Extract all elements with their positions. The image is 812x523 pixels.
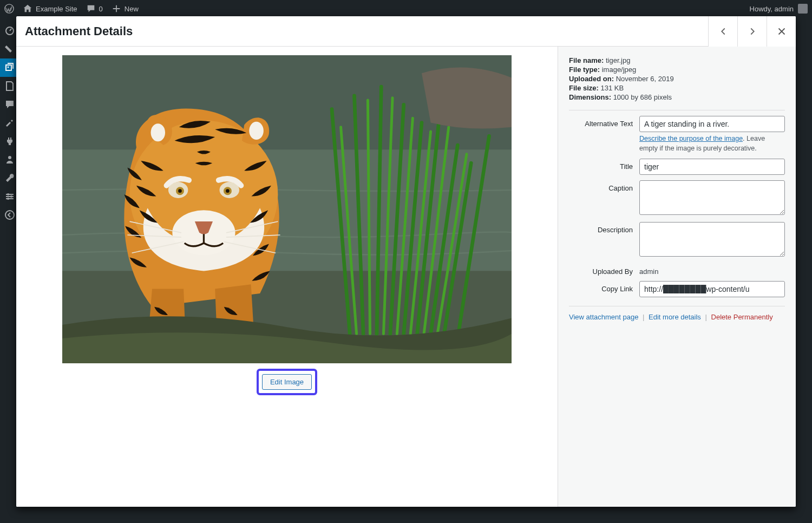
- comment-count: 0: [99, 5, 103, 13]
- close-button[interactable]: [767, 16, 796, 47]
- file-name-label: File name:: [569, 56, 604, 64]
- details-pane: File name: tiger.jpg File type: image/jp…: [558, 47, 796, 507]
- svg-point-7: [7, 193, 9, 195]
- uploaded-by-value: admin: [639, 264, 785, 276]
- dimensions-label: Dimensions:: [569, 93, 611, 101]
- edit-more-details-link[interactable]: Edit more details: [649, 313, 701, 321]
- svg-point-9: [7, 198, 9, 200]
- file-size-label: File size:: [569, 84, 599, 92]
- alt-text-help: Describe the purpose of the image. Leave…: [639, 134, 785, 153]
- caption-input[interactable]: [639, 180, 785, 215]
- file-name-value: tiger.jpg: [606, 56, 631, 64]
- attachment-details-modal: Attachment Details: [16, 16, 796, 507]
- view-attachment-page-link[interactable]: View attachment page: [569, 313, 638, 321]
- comment-icon: [86, 4, 96, 14]
- title-label: Title: [569, 159, 639, 171]
- title-input[interactable]: [639, 159, 785, 175]
- next-button[interactable]: [737, 16, 767, 47]
- svg-point-3: [8, 156, 11, 159]
- prev-button[interactable]: [708, 16, 737, 47]
- home-icon: [23, 4, 32, 14]
- modal-header: Attachment Details: [16, 16, 796, 47]
- site-link[interactable]: Example Site: [23, 4, 77, 14]
- attachment-preview: [62, 55, 512, 363]
- file-size-value: 131 KB: [601, 84, 624, 92]
- new-link[interactable]: New: [112, 4, 139, 14]
- modal-title: Attachment Details: [16, 24, 708, 38]
- svg-point-10: [5, 211, 14, 219]
- svg-point-33: [151, 123, 166, 141]
- comments-link[interactable]: 0: [86, 4, 103, 14]
- new-label: New: [125, 5, 139, 13]
- actions-line: View attachment page | Edit more details…: [569, 306, 785, 321]
- svg-point-34: [249, 122, 264, 140]
- dimensions-value: 1000 by 686 pixels: [613, 93, 672, 101]
- file-type-value: image/jpeg: [602, 66, 637, 74]
- avatar[interactable]: [798, 4, 808, 14]
- meta-block: File name: tiger.jpg File type: image/jp…: [569, 56, 785, 110]
- admin-bar: Example Site 0 New Howdy, admin: [0, 0, 812, 17]
- chevron-right-icon: [746, 25, 758, 37]
- edit-image-highlight: Edit Image: [257, 369, 317, 395]
- uploaded-by-label: Uploaded By: [569, 264, 639, 276]
- alt-help-link[interactable]: Describe the purpose of the image: [639, 135, 743, 142]
- caption-label: Caption: [569, 180, 639, 192]
- chevron-left-icon: [717, 25, 729, 37]
- description-input[interactable]: [639, 222, 785, 257]
- edit-image-button[interactable]: Edit Image: [262, 374, 312, 390]
- alt-text-input[interactable]: [639, 116, 785, 132]
- preview-pane: Edit Image: [16, 47, 558, 507]
- plus-icon: [112, 4, 121, 14]
- delete-permanently-link[interactable]: Delete Permanently: [711, 313, 773, 321]
- copy-link-label: Copy Link: [569, 281, 639, 293]
- separator: |: [643, 313, 644, 321]
- howdy-text[interactable]: Howdy, admin: [750, 5, 794, 13]
- svg-point-2: [8, 67, 9, 68]
- svg-point-8: [10, 195, 12, 198]
- wp-logo[interactable]: [4, 4, 14, 14]
- description-label: Description: [569, 222, 639, 234]
- uploaded-on-label: Uploaded on:: [569, 75, 614, 83]
- separator: |: [705, 313, 707, 321]
- svg-point-40: [178, 189, 182, 193]
- close-icon: [776, 25, 788, 37]
- alt-text-label: Alternative Text: [569, 116, 639, 128]
- site-name: Example Site: [36, 5, 77, 13]
- copy-link-input[interactable]: [639, 281, 785, 297]
- svg-point-41: [226, 189, 230, 193]
- uploaded-on-value: November 6, 2019: [616, 75, 674, 83]
- file-type-label: File type:: [569, 66, 600, 74]
